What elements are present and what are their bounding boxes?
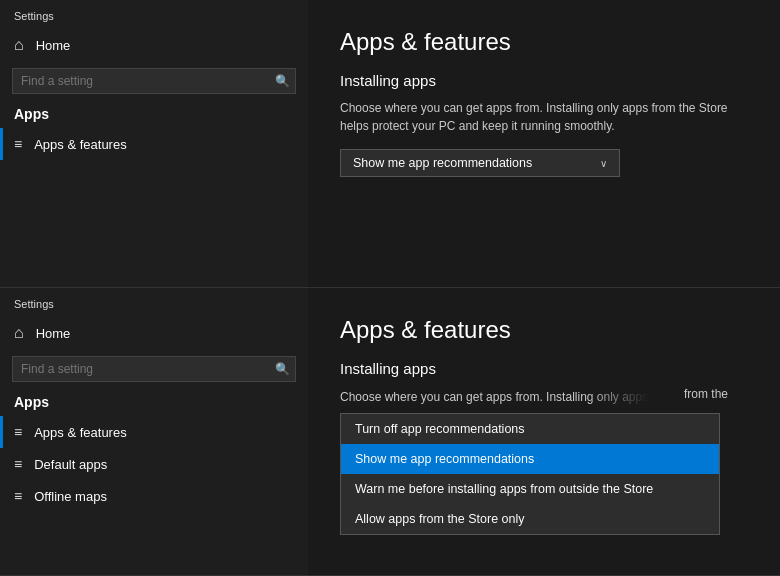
apps-features-icon-bottom: ≡ [14, 424, 22, 440]
home-icon-top: ⌂ [14, 36, 24, 54]
dropdown-item-1[interactable]: Show me app recommendations [341, 444, 719, 474]
dropdown-item-0[interactable]: Turn off app recommendations [341, 414, 719, 444]
dropdown-button-top[interactable]: Show me app recommendations ∨ [340, 149, 620, 177]
dropdown-item-3[interactable]: Allow apps from the Store only [341, 504, 719, 534]
apps-section-label-top: Apps [0, 102, 308, 128]
page-title-bottom: Apps & features [340, 316, 748, 344]
section-title-bottom: Installing apps [340, 360, 748, 377]
bottom-main-content: Apps & features Installing apps Choose w… [308, 288, 780, 575]
sidebar-item-apps-features-bottom[interactable]: ≡ Apps & features [0, 416, 308, 448]
dropdown-item-2[interactable]: Warn me before installing apps from outs… [341, 474, 719, 504]
offline-maps-icon-bottom: ≡ [14, 488, 22, 504]
from-the-text: from the [684, 387, 728, 401]
top-main-content: Apps & features Installing apps Choose w… [308, 0, 780, 287]
search-box-top: 🔍 [12, 68, 296, 94]
bottom-panel: Settings ⌂ Home 🔍 Apps ≡ Apps & features… [0, 288, 780, 576]
page-title-top: Apps & features [340, 28, 748, 56]
clipped-description-bottom: Choose where you can get apps from. Inst… [340, 390, 648, 404]
search-box-bottom: 🔍 [12, 356, 296, 382]
search-icon-bottom[interactable]: 🔍 [275, 362, 290, 376]
apps-features-icon-top: ≡ [14, 136, 22, 152]
description-top: Choose where you can get apps from. Inst… [340, 99, 748, 135]
bottom-sidebar: Settings ⌂ Home 🔍 Apps ≡ Apps & features… [0, 288, 308, 575]
search-icon-top[interactable]: 🔍 [275, 74, 290, 88]
top-panel: Settings ⌂ Home 🔍 Apps ≡ Apps & features… [0, 0, 780, 288]
clipped-text-row: Choose where you can get apps from. Inst… [340, 387, 748, 405]
dropdown-arrow-top: ∨ [600, 158, 607, 169]
apps-section-label-bottom: Apps [0, 390, 308, 416]
dropdown-menu-bottom: Turn off app recommendations Show me app… [340, 413, 720, 535]
main-container: Settings ⌂ Home 🔍 Apps ≡ Apps & features… [0, 0, 780, 576]
offline-maps-label-bottom: Offline maps [34, 489, 107, 504]
search-input-bottom[interactable] [12, 356, 296, 382]
sidebar-item-offline-maps-bottom[interactable]: ≡ Offline maps [0, 480, 308, 512]
apps-features-label-bottom: Apps & features [34, 425, 127, 440]
home-button-bottom[interactable]: ⌂ Home [0, 316, 308, 350]
top-sidebar: Settings ⌂ Home 🔍 Apps ≡ Apps & features [0, 0, 308, 287]
section-title-top: Installing apps [340, 72, 748, 89]
settings-title-top: Settings [0, 0, 308, 28]
apps-features-label-top: Apps & features [34, 137, 127, 152]
sidebar-item-default-apps-bottom[interactable]: ≡ Default apps [0, 448, 308, 480]
home-label-top: Home [36, 38, 71, 53]
dropdown-label-top: Show me app recommendations [353, 156, 532, 170]
home-label-bottom: Home [36, 326, 71, 341]
sidebar-item-apps-features-top[interactable]: ≡ Apps & features [0, 128, 308, 160]
default-apps-label-bottom: Default apps [34, 457, 107, 472]
default-apps-icon-bottom: ≡ [14, 456, 22, 472]
settings-title-bottom: Settings [0, 288, 308, 316]
search-input-top[interactable] [12, 68, 296, 94]
home-button-top[interactable]: ⌂ Home [0, 28, 308, 62]
home-icon-bottom: ⌂ [14, 324, 24, 342]
